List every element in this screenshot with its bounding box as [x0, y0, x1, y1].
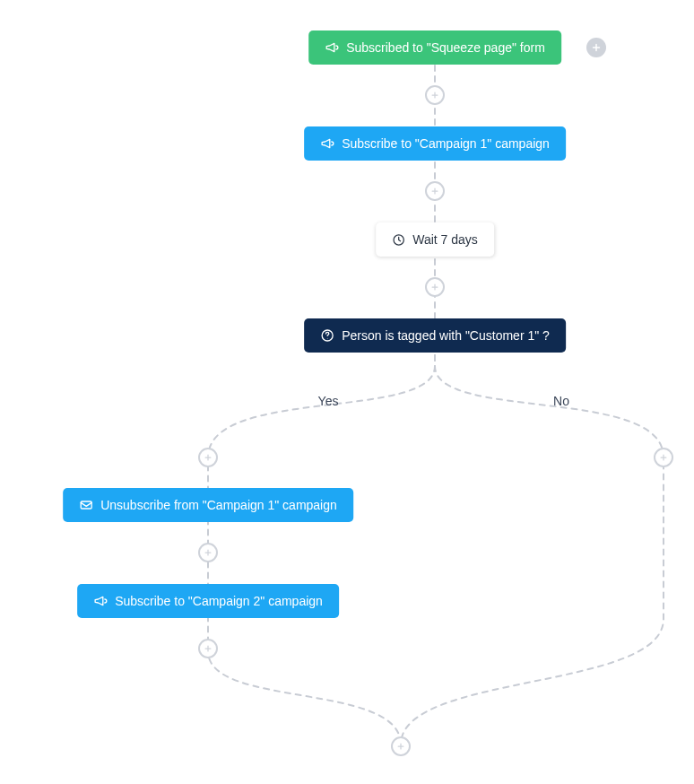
- svg-rect-3: [81, 501, 91, 509]
- megaphone-icon: [325, 40, 339, 55]
- add-step-yes-bottom[interactable]: [198, 639, 218, 658]
- add-step-yes-mid[interactable]: [198, 543, 218, 562]
- condition-node[interactable]: Person is tagged with "Customer 1" ?: [304, 318, 566, 353]
- svg-point-2: [327, 338, 328, 339]
- mail-off-icon: [79, 498, 93, 512]
- add-step-sibling[interactable]: [586, 38, 606, 57]
- megaphone-icon: [320, 136, 334, 151]
- wait-node-label: Wait 7 days: [412, 232, 478, 247]
- megaphone-icon: [93, 594, 108, 608]
- add-step-after-wait[interactable]: [425, 277, 445, 297]
- action-label: Subscribe to "Campaign 1" campaign: [342, 136, 550, 151]
- action-label: Unsubscribe from "Campaign 1" campaign: [100, 498, 337, 512]
- action-subscribe-campaign2[interactable]: Subscribe to "Campaign 2" campaign: [77, 584, 339, 618]
- question-icon: [320, 328, 334, 343]
- wait-node[interactable]: Wait 7 days: [376, 222, 494, 257]
- action-subscribe-campaign1[interactable]: Subscribe to "Campaign 1" campaign: [304, 126, 566, 161]
- trigger-node[interactable]: Subscribed to "Squeeze page" form: [308, 30, 561, 65]
- add-step-yes-top[interactable]: [198, 448, 218, 467]
- clock-icon: [392, 233, 405, 247]
- branch-label-no: No: [553, 394, 569, 408]
- trigger-node-label: Subscribed to "Squeeze page" form: [346, 40, 545, 55]
- add-step-no-top[interactable]: [654, 448, 673, 467]
- connector-lines: [0, 0, 694, 784]
- add-step-merge[interactable]: [391, 736, 411, 756]
- branch-label-yes: Yes: [318, 394, 339, 408]
- condition-node-label: Person is tagged with "Customer 1" ?: [342, 328, 550, 343]
- action-unsubscribe-campaign1[interactable]: Unsubscribe from "Campaign 1" campaign: [63, 488, 353, 522]
- add-step-after-trigger[interactable]: [425, 85, 445, 105]
- add-step-after-action1[interactable]: [425, 181, 445, 201]
- action-label: Subscribe to "Campaign 2" campaign: [115, 594, 323, 608]
